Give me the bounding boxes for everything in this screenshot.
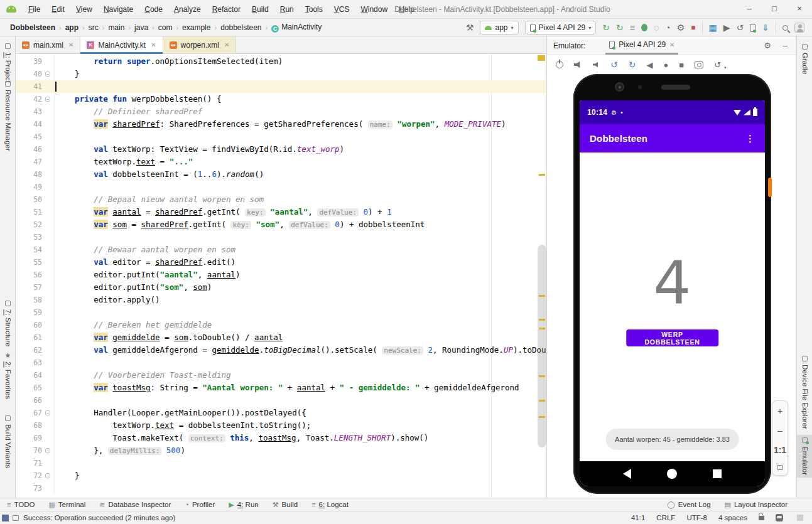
breadcrumb-item-src[interactable]: src xyxy=(87,23,100,32)
toolwindow-terminal[interactable]: ▥Terminal xyxy=(41,498,92,511)
stop-button[interactable]: ■ xyxy=(691,24,695,31)
minimize-button[interactable]: – xyxy=(737,0,762,19)
code-line-45[interactable]: 45 xyxy=(16,131,546,143)
maximize-button[interactable]: □ xyxy=(762,0,787,19)
fold-start-icon[interactable]: – xyxy=(45,410,50,415)
toolwindow-build[interactable]: ⚒Build xyxy=(266,498,305,511)
editor-scrollbar[interactable] xyxy=(538,54,546,497)
code-line-61[interactable]: 61 var gemiddelde = som.toDouble() / aan… xyxy=(16,331,546,344)
screenshot-camera-button[interactable] xyxy=(695,61,703,68)
breadcrumb-item-dobbelsteen[interactable]: dobbelsteen xyxy=(219,23,263,32)
volume-up-button[interactable] xyxy=(574,61,582,68)
sdk-manager-button[interactable]: ⇓ xyxy=(762,23,769,32)
code-line-55[interactable]: 55 val editor = sharedPref.edit() xyxy=(16,256,546,269)
code-line-66[interactable]: 66 xyxy=(16,394,546,407)
breadcrumb-item-example[interactable]: example xyxy=(181,23,212,32)
code-line-40[interactable]: 40– } xyxy=(16,68,546,80)
close-icon[interactable]: ✕ xyxy=(669,41,674,48)
close-icon[interactable]: ✕ xyxy=(151,41,156,48)
code-line-73[interactable]: 73 xyxy=(16,482,546,495)
code-line-60[interactable]: 60 // Bereken het gemiddelde xyxy=(16,319,546,331)
nav-back-button[interactable] xyxy=(623,469,631,479)
build-hammer-icon[interactable]: ⚒ xyxy=(466,23,474,32)
code-line-41[interactable]: 41 xyxy=(16,80,546,93)
rotate-left-button[interactable]: ↺ xyxy=(610,60,618,70)
code-line-49[interactable]: 49 xyxy=(16,181,546,193)
code-line-54[interactable]: 54 // Bewaar aantal worpen en som xyxy=(16,243,546,256)
close-button[interactable]: × xyxy=(787,0,812,19)
code-line-46[interactable]: 46 val textWorp: TextView = findViewById… xyxy=(16,143,546,156)
menu-view[interactable]: View xyxy=(70,0,98,19)
code-line-59[interactable]: 59 xyxy=(16,306,546,319)
snapshots-button[interactable]: ↺ xyxy=(714,61,721,69)
code-line-42[interactable]: 42– private fun werpDobbelsteen() { xyxy=(16,93,546,105)
fold-end-icon[interactable]: – xyxy=(45,72,50,77)
menu-edit[interactable]: Edit xyxy=(46,0,70,19)
toolwindow-layout-inspector[interactable]: ▤Layout Inspector xyxy=(718,498,794,511)
breadcrumb-item-mainactivity[interactable]: CMainActivity xyxy=(270,23,323,33)
toolwindow-profiler[interactable]: ◔Profiler xyxy=(178,498,222,511)
code-line-71[interactable]: 71 xyxy=(16,457,546,469)
sidebar-item-resource-manager[interactable]: Resource Manager xyxy=(0,78,16,154)
sidebar-item-2-favorites[interactable]: ★2: Favorites xyxy=(0,350,16,402)
breadcrumb-item-main[interactable]: main xyxy=(107,23,126,32)
code-line-62[interactable]: 62 val gemiddeldeAfgerond = gemiddelde.t… xyxy=(16,344,546,356)
apply-code-changes-button[interactable]: ≡ xyxy=(630,23,635,32)
nav-overview-button[interactable] xyxy=(713,469,722,478)
sidebar-item-build-variants[interactable]: Build Variants xyxy=(0,413,16,471)
debug-button[interactable] xyxy=(641,24,647,31)
close-icon[interactable]: ✕ xyxy=(68,41,73,48)
device-selector[interactable]: Pixel 4 API 29 ▾ xyxy=(525,21,597,35)
toolwindow-database-inspector[interactable]: ≋Database Inspector xyxy=(92,498,178,511)
apply-changes-button[interactable]: ↻ xyxy=(616,23,624,32)
emulator-device-tab[interactable]: Pixel 4 API 29 ✕ xyxy=(605,36,678,55)
code-line-65[interactable]: 65 var toastMsg: String = "Aantal worpen… xyxy=(16,382,546,394)
run-button[interactable]: ↻ xyxy=(602,23,610,32)
profile-avatar-button[interactable] xyxy=(794,23,804,33)
encoding-indicator[interactable]: UTF-8 xyxy=(686,514,707,521)
fold-end-icon[interactable]: – xyxy=(45,473,50,478)
sidebar-item-7-structure[interactable]: 7: Structure xyxy=(0,298,16,349)
emulator-home-button[interactable]: ● xyxy=(663,61,668,69)
sidebar-item-device-file-explorer[interactable]: Device File Explorer xyxy=(797,353,812,432)
volume-down-button[interactable] xyxy=(593,62,600,68)
power-button[interactable] xyxy=(556,61,563,68)
tab-mainactivity-kt[interactable]: KMainActivity.kt✕ xyxy=(80,36,163,53)
indent-indicator[interactable]: 4 spaces xyxy=(718,514,747,521)
emulator-settings-gear-icon[interactable]: ⚙ xyxy=(764,41,771,50)
code-line-57[interactable]: 57 editor.putInt("som", som) xyxy=(16,281,546,294)
overflow-menu-icon[interactable]: ⋮ xyxy=(745,133,755,144)
zoom-fit-button[interactable] xyxy=(777,465,783,470)
rotate-right-button[interactable]: ↻ xyxy=(629,60,636,70)
code-line-56[interactable]: 56 editor.putInt("aantal", aantal) xyxy=(16,269,546,281)
werp-dobbelsteen-button[interactable]: WERP DOBBELSTEEN xyxy=(626,329,719,346)
line-ending-indicator[interactable]: CRLF xyxy=(656,514,675,521)
code-editor[interactable]: 39 return super.onOptionsItemSelected(it… xyxy=(16,54,546,497)
fold-start-icon[interactable]: – xyxy=(45,97,50,102)
menu-build[interactable]: Build xyxy=(246,0,274,19)
code-line-48[interactable]: 48 val dobbelsteenInt = (1..6).random() xyxy=(16,168,546,181)
menu-run[interactable]: Run xyxy=(274,0,300,19)
nav-home-button[interactable] xyxy=(667,469,677,479)
tab-worpen-xml[interactable]: <>worpen.xml✕ xyxy=(163,36,237,53)
device-manager-button[interactable] xyxy=(750,24,755,32)
menu-file[interactable]: File xyxy=(23,0,46,19)
code-line-47[interactable]: 47 textWorp.text = "..." xyxy=(16,156,546,168)
code-line-63[interactable]: 63 xyxy=(16,356,546,369)
toolwindow-event-log[interactable]: ◯Event Log xyxy=(660,498,717,511)
code-line-69[interactable]: 69 Toast.makeText( context: this, toastM… xyxy=(16,432,546,444)
inspections-indicator[interactable] xyxy=(538,55,545,61)
search-everywhere-button[interactable] xyxy=(782,25,788,31)
profile-button[interactable]: ◔ xyxy=(665,23,670,32)
zoom-reset-button[interactable]: 1:1 xyxy=(774,446,786,454)
code-line-70[interactable]: 70– }, delayMillis: 500) xyxy=(16,444,546,457)
toolwindow-todo[interactable]: ≡TODO xyxy=(0,498,41,511)
attach-debugger-button[interactable]: ◌ xyxy=(654,23,659,32)
caret-position[interactable]: 41:1 xyxy=(631,514,645,521)
zoom-out-button[interactable]: – xyxy=(777,426,782,435)
emulator-back-button[interactable]: ◀ xyxy=(646,61,652,69)
sidebar-item-emulator[interactable]: Emulator xyxy=(797,435,812,478)
code-line-43[interactable]: 43 // Definieer sharedPref xyxy=(16,105,546,118)
menu-refactor[interactable]: Refactor xyxy=(207,0,246,19)
gradle-sync-button[interactable]: ↺ xyxy=(737,23,744,32)
